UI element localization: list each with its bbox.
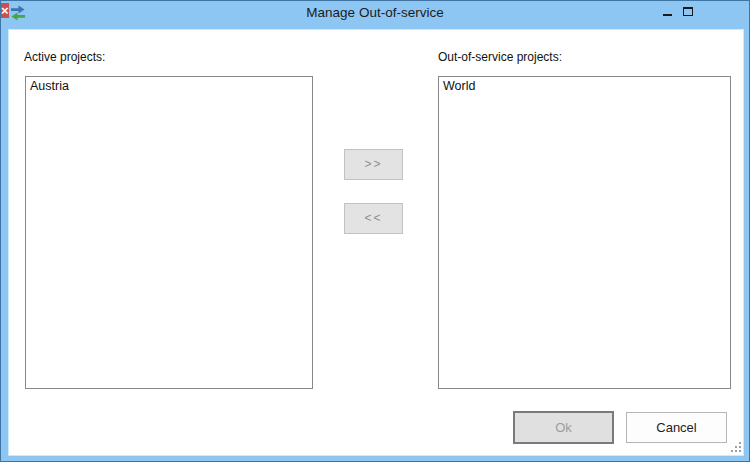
dialog-content: Active projects: Austria Out-of-service … bbox=[9, 30, 743, 455]
list-item[interactable]: World bbox=[439, 78, 730, 95]
move-to-out-of-service-button[interactable]: >> bbox=[344, 149, 403, 180]
out-of-service-projects-label: Out-of-service projects: bbox=[438, 50, 562, 64]
ok-button[interactable]: Ok bbox=[513, 411, 614, 444]
cancel-button[interactable]: Cancel bbox=[626, 412, 727, 443]
move-to-active-button[interactable]: << bbox=[344, 203, 403, 234]
out-of-service-projects-listbox[interactable]: World bbox=[438, 76, 731, 389]
list-item[interactable]: Austria bbox=[26, 78, 312, 95]
minimize-button[interactable] bbox=[656, 1, 678, 22]
active-projects-listbox[interactable]: Austria bbox=[25, 76, 313, 389]
active-projects-label: Active projects: bbox=[24, 50, 105, 64]
page-title: Manage Out-of-service bbox=[1, 5, 749, 20]
maximize-button[interactable] bbox=[678, 1, 698, 22]
minimize-icon bbox=[663, 14, 672, 16]
dialog-window: Manage Out-of-service × Active projects:… bbox=[0, 0, 750, 462]
resize-grip[interactable] bbox=[731, 442, 742, 453]
title-bar[interactable]: Manage Out-of-service × bbox=[1, 1, 749, 30]
maximize-icon bbox=[683, 7, 693, 16]
